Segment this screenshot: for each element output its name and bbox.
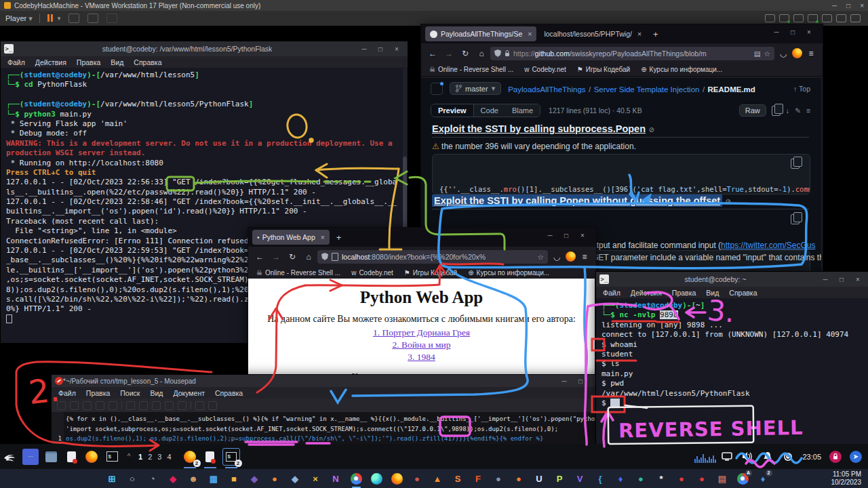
vmware-close-button[interactable]: × — [860, 2, 864, 9]
tab-python-web-app[interactable]: • Python Web App × — [252, 230, 330, 245]
cut-icon[interactable] — [152, 401, 161, 410]
undo-icon[interactable] — [126, 401, 135, 410]
search-icon[interactable] — [195, 401, 204, 410]
minimize-button[interactable]: ─ — [356, 45, 372, 53]
terminal-launcher-icon[interactable]: $ — [104, 449, 120, 465]
open-file-icon[interactable] — [70, 401, 79, 410]
menu-item-Файл[interactable]: Файл — [603, 289, 620, 297]
network-status-icon[interactable]: ➤ — [848, 449, 864, 465]
mousepad-editor[interactable]: 1 2 {% for x in ().__class__.__base__.__… — [52, 412, 608, 447]
taskbar-icon-gear-app-1[interactable]: ● — [675, 472, 689, 486]
save-icon[interactable] — [83, 401, 92, 410]
url-bar[interactable]: https://github.com/swisskyrepo/PayloadsA… — [490, 47, 774, 60]
taskbar-icon-davinci[interactable]: ● — [410, 472, 425, 486]
menu-item-Поиск[interactable]: Поиск — [120, 389, 140, 397]
minimize-button[interactable]: ─ — [768, 28, 785, 36]
code-block-subprocess[interactable]: {{''.__class__.mro()[1].__subclasses__()… — [432, 154, 810, 195]
bookmark-item[interactable]: ⊕Курсы по информаци... — [468, 269, 549, 277]
vm-cd-device-icon[interactable] — [793, 14, 804, 22]
menu-item-Справка[interactable]: Справка — [134, 58, 161, 66]
maximize-button[interactable]: □ — [833, 276, 850, 283]
mousepad-titlebar[interactable]: *~/Рабочий стол/tmp_lesson_5 - Mousepad … — [52, 375, 608, 387]
download-icon[interactable]: ↓ — [786, 106, 789, 115]
anchor-link-icon[interactable]: ⊘ — [726, 198, 731, 205]
heading-subprocess-popen[interactable]: Exploit the SSTI by calling subprocess.P… — [432, 123, 646, 134]
task-terminal[interactable]: $2 — [222, 448, 240, 466]
player-menu[interactable]: Player ▾ — [5, 14, 33, 23]
taskbar-icon-blender[interactable]: ● — [512, 472, 526, 486]
tab-payloadsallthethings[interactable]: PayloadsAllTheThings/Se × — [425, 26, 536, 41]
vmware-maximize-button[interactable]: □ — [846, 2, 850, 9]
task-mousepad[interactable] — [202, 449, 218, 465]
redo-icon[interactable] — [139, 401, 148, 410]
taskbar-icon-camera-app[interactable]: ● — [492, 472, 506, 486]
firefox-launcher-icon[interactable] — [83, 449, 100, 465]
panel-collapse-icon[interactable]: ^ — [124, 449, 134, 465]
windows-clock[interactable]: 11:05 PM 10/2/2023 — [831, 470, 868, 487]
pocket-icon[interactable]: ◡ — [776, 49, 791, 58]
tab-blame[interactable]: Blame — [505, 104, 540, 117]
taskbar-icon-contact[interactable]: ☻ — [186, 472, 201, 486]
taskbar-icon-arrows-app[interactable]: × — [309, 472, 323, 486]
menu-item-Действия[interactable]: Действия — [35, 58, 66, 66]
menu-item-Правка[interactable]: Правка — [672, 289, 696, 297]
show-desktop-icon[interactable]: ··· — [22, 449, 39, 465]
save-as-icon[interactable] — [96, 401, 104, 410]
firefox-account-icon[interactable] — [566, 251, 576, 262]
taskbar-icon-unreal[interactable]: U — [532, 472, 547, 486]
home-icon[interactable]: ⌂ — [301, 252, 316, 262]
home-icon[interactable]: ⌂ — [474, 49, 489, 58]
vm-sound-device-icon[interactable] — [836, 14, 846, 22]
vm-settings-device-icon[interactable] — [850, 14, 861, 22]
reload-icon[interactable]: ↻ — [458, 49, 473, 58]
kali-menu-icon[interactable] — [2, 449, 18, 465]
maximize-button[interactable]: □ — [572, 378, 589, 385]
terminal-shell-output[interactable]: ┌──(student@codeby)-[~]└─$ nc -nvlp 9898… — [596, 298, 868, 447]
tab-close-icon[interactable]: × — [637, 30, 642, 38]
bookmark-item[interactable]: ☠Online - Reverse Shell ... — [429, 66, 513, 73]
file-manager-icon[interactable] — [43, 449, 59, 465]
taskbar-icon-firefox[interactable] — [390, 472, 404, 486]
menu-item-Вид[interactable]: Вид — [111, 58, 123, 66]
pause-dropdown[interactable]: ▾ — [58, 15, 61, 22]
bookmark-item[interactable]: wCodeby.net — [524, 66, 566, 73]
bookmark-item[interactable]: wCodeby.net — [351, 269, 393, 277]
taskbar-icon-vmware[interactable]: ◆ — [288, 472, 302, 486]
outline-icon[interactable]: ≡ — [806, 106, 810, 115]
fullscreen-icon[interactable] — [87, 14, 98, 23]
send-keys-icon[interactable] — [68, 14, 79, 23]
replace-icon[interactable] — [208, 401, 217, 410]
bookmark-star-icon[interactable]: ☆ — [538, 253, 544, 261]
vm-disk-device-icon[interactable] — [779, 14, 789, 22]
taskbar-icon-maps-app[interactable]: ♦2 — [756, 472, 770, 486]
menu-item-Файл[interactable]: Файл — [7, 58, 25, 66]
taskbar-icon-packet-tracer[interactable]: ▲ — [431, 472, 445, 486]
cpu-graph-icon[interactable] — [694, 451, 717, 463]
close-button[interactable]: × — [574, 232, 591, 239]
breadcrumb-dir-link[interactable]: Server Side Template Injection — [594, 85, 700, 94]
back-icon[interactable]: ← — [252, 252, 267, 262]
vm-usb-device-icon[interactable] — [822, 14, 832, 22]
vm-network-device-icon[interactable] — [808, 14, 818, 22]
app-menu-icon[interactable]: ≡ — [804, 49, 818, 58]
vmware-titlebar[interactable]: CodebyHackMachine - VMware Workstation 1… — [0, 0, 868, 11]
taskbar-icon-pycharm[interactable]: P — [553, 472, 567, 486]
workspace-1[interactable]: 1 — [138, 453, 142, 461]
back-to-top-link[interactable]: ↑ Top — [793, 85, 810, 93]
raw-button[interactable]: Raw — [739, 104, 766, 117]
menu-item-Справка[interactable]: Справка — [729, 289, 757, 297]
taskbar-icon-camtasia[interactable]: ● — [634, 472, 648, 486]
menu-item-Правка[interactable]: Правка — [77, 58, 100, 66]
menu-item-Справка[interactable]: Справка — [215, 389, 243, 397]
reader-mode-icon[interactable]: ▤ — [754, 49, 761, 58]
breadcrumb-repo-link[interactable]: PayloadsAllTheThings — [508, 85, 585, 94]
taskbar-icon-obsidian[interactable]: ◆ — [248, 472, 262, 486]
taskbar-icon-calendar[interactable]: ▦ — [207, 472, 221, 486]
new-tab-button[interactable]: + — [336, 232, 342, 243]
paste-icon[interactable] — [178, 401, 186, 410]
terminal-flask-titlebar[interactable]: >_ student@codeby: /var/www/html/lesson5… — [1, 41, 408, 56]
taskbar-icon-star-app[interactable]: * — [654, 472, 669, 486]
firefox-account-icon[interactable] — [792, 48, 802, 58]
tab-preview[interactable]: Preview — [431, 104, 474, 117]
tab-close-icon[interactable]: × — [528, 30, 532, 38]
